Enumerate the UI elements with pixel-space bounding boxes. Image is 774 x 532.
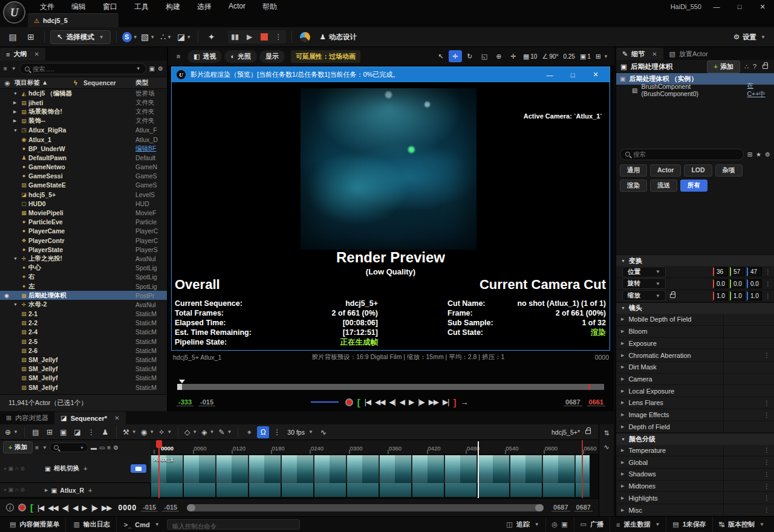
outliner-row[interactable]: ▧ 2-2 StaticM xyxy=(0,319,167,328)
lens-section-header[interactable]: ▼镜头 xyxy=(616,302,774,314)
property-section-row[interactable]: ▶ Highlights ⋮ xyxy=(616,492,774,504)
x-value-field[interactable]: 36 xyxy=(713,267,728,276)
expand-arrow-icon[interactable]: ▶ xyxy=(13,100,19,105)
sequencer-record-button[interactable] xyxy=(18,504,26,511)
favorites-icon[interactable]: ★ xyxy=(756,151,761,158)
filter-chip[interactable]: LOD xyxy=(684,164,712,177)
lock-icon[interactable] xyxy=(763,65,768,69)
z-value-field[interactable]: 0.0 xyxy=(747,279,762,288)
outliner-row[interactable]: ▧ 2-1 StaticM xyxy=(0,310,167,319)
render-options-kebab[interactable]: ⋮ xyxy=(85,426,97,438)
outliner-row[interactable]: ▧ SM_Jellyf StaticM xyxy=(0,374,167,383)
menu-item[interactable]: 帮助 xyxy=(254,0,285,14)
property-section-row[interactable]: ▶ Mobile Depth of Field xyxy=(616,314,774,326)
view-end-field[interactable]: 0687 xyxy=(574,504,593,511)
menu-item[interactable]: 选择 xyxy=(189,0,220,14)
outliner-row[interactable]: ▼ ◭ hdcj5 （编辑器 世界场 xyxy=(0,89,167,98)
range-end-field[interactable]: 0661 xyxy=(587,398,605,406)
outliner-row[interactable]: ● GameNetwo GameN xyxy=(0,163,167,172)
add-camera-cut-icon[interactable]: + xyxy=(83,465,87,472)
y-value-field[interactable]: 57 xyxy=(730,267,745,276)
row-menu-kebab[interactable]: ⋮ xyxy=(764,268,772,275)
rotate-tool-icon[interactable]: ↻ xyxy=(463,50,476,62)
outliner-row[interactable]: ▼ ✛ 水母-2 AvaNul xyxy=(0,300,167,309)
tab-outliner[interactable]: ≡ 大纲 ✕ xyxy=(0,48,45,60)
render-close-button[interactable]: ✕ xyxy=(587,71,605,79)
scrubber-playhead[interactable] xyxy=(179,380,185,386)
render-movie-button[interactable]: ◪ xyxy=(71,426,83,438)
expand-arrow-icon[interactable]: ▼ xyxy=(13,302,19,307)
unsaved-button[interactable]: ▤ 1未保存 xyxy=(666,517,713,532)
info-icon[interactable]: i xyxy=(6,504,14,511)
visibility-column-icon[interactable]: ◉ xyxy=(0,79,15,86)
details-searchbox[interactable] xyxy=(620,149,744,160)
transport-button[interactable]: ◀ xyxy=(400,398,405,406)
transport-button[interactable]: ◀◀ xyxy=(48,504,57,512)
outliner-row[interactable]: ▶ ▤ 场景装饰合! 文件夹 xyxy=(0,107,167,116)
transport-button[interactable]: |◀ xyxy=(37,504,44,512)
property-section-row[interactable]: ▶ Dirt Mask xyxy=(616,362,774,374)
goto-end-button[interactable]: → xyxy=(460,398,468,407)
track-settings-icon[interactable]: ⚙ xyxy=(113,444,119,451)
track-sliders-icon[interactable]: ⇅ xyxy=(603,429,609,437)
collapse-tracks-icon[interactable]: ▭ xyxy=(99,444,105,451)
add-track-button[interactable]: +添加 xyxy=(3,441,33,453)
cmd-dropdown[interactable]: >_ Cmd▼ xyxy=(118,517,166,532)
preroll-field[interactable]: -015 xyxy=(198,398,215,406)
world-dropdown[interactable]: ⊕▼ xyxy=(4,426,19,438)
select-mode-dropdown[interactable]: ↖ 选择模式 ▼ xyxy=(50,30,111,44)
motion-design-button[interactable]: ♟ 动态设计 xyxy=(315,33,362,42)
property-section-row[interactable]: ▶ Global ⋮ xyxy=(616,456,774,469)
outliner-row[interactable]: ◪ hdcj5_5+ LevelS xyxy=(0,190,167,199)
outliner-row[interactable]: ✦ 左 SpotLig xyxy=(0,282,167,291)
property-section-row[interactable]: ▶ Exposure xyxy=(616,338,774,350)
expand-arrow-icon[interactable]: ▶ xyxy=(13,109,19,114)
content-drawer-button[interactable]: ▤ 内容侧滑菜单 xyxy=(4,517,66,532)
settings-dropdown[interactable]: ⚙ 设置 ▼ xyxy=(733,33,769,42)
transport-button[interactable]: ◀ xyxy=(73,504,77,512)
sequence-lock-icon[interactable] xyxy=(585,430,591,434)
close-tab-icon[interactable]: ✕ xyxy=(34,51,39,57)
maximize-button[interactable]: □ xyxy=(728,0,751,13)
add-component-button[interactable]: +添加 xyxy=(707,60,740,73)
snap-options-kebab[interactable]: ⋮ xyxy=(271,426,283,438)
filter-chip[interactable]: 所有 xyxy=(680,180,707,192)
save-sequence-button[interactable]: ▤ xyxy=(30,426,42,438)
outliner-row[interactable]: ✦ 中心 SpotLig xyxy=(0,264,167,273)
color-grading-section-header[interactable]: ▼颜色分级 xyxy=(616,433,774,444)
auto-key-dropdown[interactable]: ◇▼ xyxy=(183,426,198,438)
transport-button[interactable]: ▶ xyxy=(82,504,86,512)
camera-speed-toggle[interactable]: ▣1 xyxy=(578,50,593,62)
outliner-row[interactable]: ▨ GameStateE GameS xyxy=(0,181,167,190)
section-menu-kebab[interactable]: ⋮ xyxy=(763,447,770,453)
play-options-kebab[interactable]: ⋮ xyxy=(272,30,286,44)
expand-tracks-icon[interactable]: ▬ xyxy=(91,444,97,451)
loop-out-marker[interactable]: ] xyxy=(453,397,456,407)
help-icon[interactable]: ? xyxy=(753,63,756,70)
sequencer-playhead[interactable] xyxy=(158,440,160,498)
filter-chip[interactable]: 流送 xyxy=(650,180,677,192)
row-menu-kebab[interactable]: ⋮ xyxy=(764,281,772,287)
outliner-row[interactable]: ❖ PlayerContr PlayerC xyxy=(0,236,167,245)
transport-button[interactable]: ◀| xyxy=(62,504,68,512)
keying-options-dropdown[interactable]: ✧▼ xyxy=(157,426,173,438)
outliner-row[interactable]: ▧ SM_Jellyf StaticM xyxy=(0,383,167,392)
cinematics-dropdown[interactable]: ◪▼ xyxy=(177,30,192,44)
display-options-icon[interactable]: ⊞ xyxy=(747,151,752,158)
close-button[interactable]: ✕ xyxy=(751,0,774,13)
transport-button[interactable]: ▶| xyxy=(443,398,449,406)
snap-magnet-toggle[interactable]: Ω xyxy=(257,426,269,438)
bolt-column-icon[interactable]: ϟ xyxy=(74,79,83,86)
z-value-field[interactable]: 47 xyxy=(747,267,762,276)
blueprint-edit-icon[interactable]: ∴ xyxy=(744,63,749,71)
y-value-field[interactable]: 0.0 xyxy=(730,279,745,288)
filter-chip[interactable]: 渲染 xyxy=(620,180,647,192)
property-section-row[interactable]: ▶ Temperature ⋮ xyxy=(616,445,774,457)
label-column[interactable]: 项目标签 ▲ xyxy=(15,79,74,87)
outliner-settings-icon[interactable]: ⚙ xyxy=(158,65,163,72)
track-searchbox[interactable]: ▼ xyxy=(50,443,88,452)
rotation-snap-toggle[interactable]: ∠90° xyxy=(540,50,560,62)
stop-button[interactable] xyxy=(257,30,272,44)
menu-item[interactable]: 窗口 xyxy=(94,0,126,14)
render-maximize-button[interactable]: □ xyxy=(564,71,582,79)
